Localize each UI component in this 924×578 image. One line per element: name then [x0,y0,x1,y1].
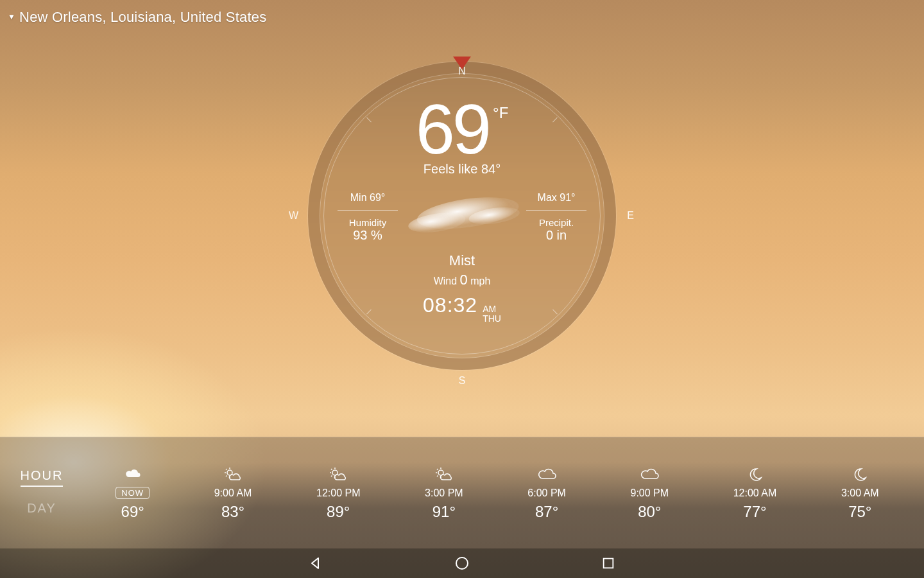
android-nav-bar [0,548,924,578]
dropdown-triangle-icon: ▼ [8,12,15,21]
hourly-time: 3:00 AM [841,487,879,499]
max-precip-col: Max 91° Precipit. 0 in [526,192,586,243]
svg-line-19 [437,469,438,470]
back-button[interactable] [307,554,325,572]
divider [338,210,398,211]
weather-icon [852,466,868,484]
wind-value: 0 [460,272,468,288]
hourly-temp: 83° [221,503,244,521]
hourly-temp: 69° [121,503,144,521]
hourly-time: 6:00 PM [527,487,566,499]
compass-content: 69 °F Feels like 84° Min 69° Humidity 93… [331,85,593,347]
weather-icon [434,466,454,484]
home-button[interactable] [453,554,471,572]
weather-icon [329,466,348,484]
condition-text: Mist [449,252,475,269]
weather-icon [124,465,141,483]
compass-e-label: E [627,210,634,222]
min-temp: Min 69° [338,192,398,204]
wind-unit: mph [470,276,490,286]
compass-w-label: W [289,210,298,222]
hourly-forecast-bar: HOUR DAY NOW 69° 9:00 AM 83° 12:00 PM 89… [0,437,924,548]
precip-value: 0 in [526,228,586,243]
hourly-temp: 80° [638,503,661,521]
hourly-temp: 89° [327,503,350,521]
hourly-slot[interactable]: NOW 69° [116,465,150,521]
hourly-temp: 87° [535,503,558,521]
hourly-time: 12:00 PM [316,487,360,499]
hourly-temp: 91° [432,503,456,521]
weather-icon [537,466,556,484]
north-marker-icon [453,57,471,69]
temp-value: 69 [416,94,489,164]
temp-unit: °F [493,104,508,122]
hourly-slot[interactable]: 3:00 PM 91° [425,466,463,521]
feels-like: Feels like 84° [424,162,501,177]
hourly-time: 3:00 PM [425,487,463,499]
mid-stats-row: Min 69° Humidity 93 % Max 91° Precipit. … [331,188,593,246]
weather-icon [748,466,763,484]
hourly-time: 9:00 PM [631,487,669,499]
tab-hour[interactable]: HOUR [21,468,64,487]
weather-icon [640,466,659,484]
hourly-slot[interactable]: 12:00 AM 77° [733,466,777,521]
hourly-now-badge: NOW [116,487,150,499]
humidity-value: 93 % [338,228,398,243]
clock-day: THU [483,314,501,324]
svg-line-20 [437,475,438,477]
weather-icon [223,466,243,484]
hourly-temp: 75° [848,503,871,521]
hourly-slots[interactable]: NOW 69° 9:00 AM 83° 12:00 PM 89° 3:00 PM… [83,437,924,548]
svg-line-14 [331,475,332,477]
hourly-slot[interactable]: 12:00 PM 89° [316,466,360,521]
hourly-temp: 77° [743,503,766,521]
time-row: 08:32 AM THU [423,293,501,324]
wind-text: Wind 0 mph [434,272,491,288]
clock-ampm: AM [483,304,501,314]
condition-cloud-icon [398,188,526,246]
hourly-slot[interactable]: 6:00 PM 87° [527,466,566,521]
location-dropdown[interactable]: ▼ New Orleans, Louisiana, United States [8,9,266,26]
max-temp: Max 91° [526,192,586,204]
weather-compass[interactable]: 69 °F Feels like 84° Min 69° Humidity 93… [308,62,616,370]
hourly-time: 9:00 AM [214,487,252,499]
divider [526,210,586,211]
hourly-slot[interactable]: 9:00 PM 80° [631,466,669,521]
compass-disc: 69 °F Feels like 84° Min 69° Humidity 93… [308,62,616,370]
svg-line-8 [226,475,227,477]
compass-s-label: S [459,375,466,387]
current-temp: 69 °F [416,94,509,164]
location-name: New Orleans, Louisiana, United States [19,9,266,26]
svg-line-13 [331,469,332,470]
recent-apps-button[interactable] [599,554,617,572]
hourly-slot[interactable]: 3:00 AM 75° [841,466,879,521]
hourly-slot[interactable]: 9:00 AM 83° [214,466,252,521]
hourly-time: 12:00 AM [733,487,777,499]
min-humidity-col: Min 69° Humidity 93 % [338,192,398,243]
tab-day[interactable]: DAY [27,501,56,518]
humidity-label: Humidity [338,217,398,228]
forecast-tabs: HOUR DAY [0,437,83,548]
wind-label: Wind [434,276,457,286]
svg-point-21 [456,557,468,569]
svg-line-7 [226,469,227,470]
svg-rect-22 [604,559,613,568]
clock-time: 08:32 [423,293,477,317]
precip-label: Precipit. [526,217,586,228]
